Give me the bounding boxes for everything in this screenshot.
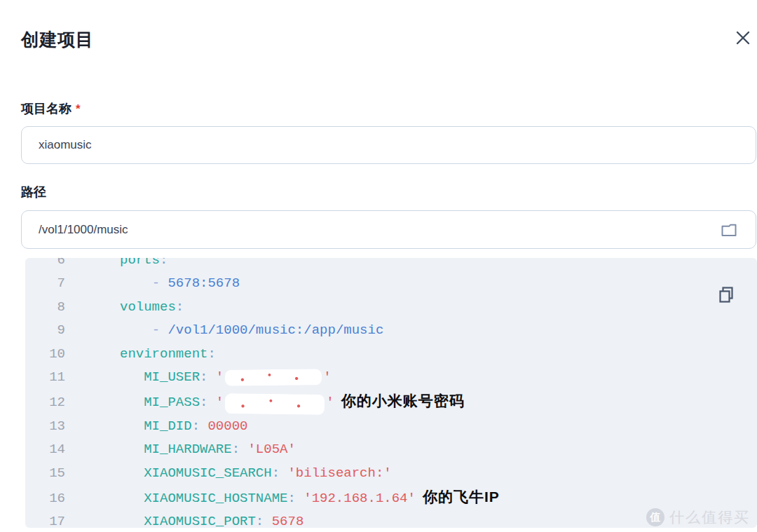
code-token: MI_DID — [144, 418, 191, 434]
code-token — [280, 465, 287, 481]
code-token — [80, 491, 144, 506]
code-token — [80, 258, 120, 268]
code-token: XIAOMUSIC_PORT — [144, 514, 256, 528]
smzdm-watermark: 值 什么值得买 — [646, 507, 750, 527]
code-token — [240, 442, 247, 457]
code-token: : — [207, 346, 215, 362]
line-number: 6 — [34, 258, 65, 272]
code-token: ' — [326, 395, 334, 410]
code-line: 11 MI_USER: '' — [34, 366, 757, 389]
code-token: MI_USER — [144, 369, 200, 385]
project-name-label-text: 项目名称 — [21, 102, 71, 116]
code-token: ' — [216, 395, 224, 410]
code-token — [80, 322, 152, 338]
line-number: 9 — [34, 319, 65, 342]
code-line: 9 - /vol1/1000/music:/app/music — [34, 319, 757, 342]
code-token — [80, 369, 144, 385]
code-token: 00000 — [207, 418, 247, 434]
code-token: : — [200, 395, 207, 410]
line-number: 14 — [34, 438, 65, 461]
redacted-value — [225, 393, 325, 415]
line-number: 17 — [34, 510, 65, 528]
code-token — [80, 395, 144, 410]
copy-icon — [718, 295, 735, 306]
code-line: 16 XIAOMUSIC_HOSTNAME: '192.168.1.64'你的飞… — [34, 485, 757, 510]
copy-code-button[interactable] — [718, 285, 735, 303]
code-token: XIAOMUSIC_HOSTNAME — [144, 491, 287, 506]
line-number: 7 — [34, 272, 65, 295]
code-token — [80, 275, 152, 291]
path-label: 路径 — [21, 184, 46, 200]
code-line: 12 MI_PASS: ''你的小米账号密码 — [34, 389, 757, 414]
code-line: 10 environment: — [34, 343, 757, 366]
code-token: - — [152, 275, 168, 291]
compose-code-editor[interactable]: 6 ports:7 - 5678:56788 volumes:9 - /vol1… — [25, 258, 757, 528]
code-token — [80, 418, 144, 434]
code-token — [264, 514, 271, 528]
code-token: '192.168.1.64' — [304, 491, 416, 506]
code-token: : — [192, 418, 200, 434]
close-icon — [735, 29, 751, 48]
code-token: 5678:5678 — [168, 275, 240, 291]
code-line: 8 volumes: — [34, 296, 757, 319]
code-token — [207, 395, 215, 410]
code-token: ports — [120, 258, 160, 268]
code-token: volumes — [120, 299, 176, 315]
code-token: MI_PASS — [144, 395, 200, 410]
code-token: 5678 — [272, 514, 304, 528]
folder-icon — [720, 230, 738, 240]
smzdm-watermark-text: 什么值得买 — [669, 507, 750, 527]
code-token — [80, 514, 144, 528]
code-token — [80, 346, 120, 362]
line-number: 16 — [34, 487, 65, 510]
code-token — [200, 418, 207, 434]
line-number: 15 — [34, 462, 65, 485]
code-token — [80, 299, 120, 315]
page-title: 创建项目 — [21, 28, 94, 51]
code-token: : — [176, 299, 184, 315]
handwritten-annotation: 你的飞牛IP — [423, 489, 500, 505]
code-token: environment — [120, 346, 207, 362]
path-field — [21, 210, 756, 249]
handwritten-annotation: 你的小米账号密码 — [341, 393, 465, 409]
code-token: 'L05A' — [247, 442, 295, 457]
line-number: 12 — [34, 391, 65, 414]
required-asterisk: * — [76, 102, 81, 116]
code-token: : — [256, 514, 264, 528]
redacted-value — [225, 369, 322, 386]
code-token: 'bilisearch:' — [287, 465, 391, 481]
line-number: 8 — [34, 296, 65, 319]
code-line: 6 ports: — [34, 258, 757, 272]
line-number: 11 — [34, 366, 65, 389]
code-token: : — [232, 442, 240, 457]
path-input[interactable] — [21, 210, 756, 249]
code-token — [80, 465, 144, 481]
close-button[interactable] — [733, 29, 753, 48]
code-token: MI_HARDWARE — [144, 442, 231, 457]
code-token: XIAOMUSIC_SEARCH — [144, 465, 271, 481]
code-line: 7 - 5678:5678 — [34, 272, 757, 295]
browse-folder-button[interactable] — [720, 221, 738, 238]
code-line: 14 MI_HARDWARE: 'L05A' — [34, 438, 757, 461]
smzdm-badge-icon: 值 — [646, 508, 664, 526]
code-line: 15 XIAOMUSIC_SEARCH: 'bilisearch:' — [34, 462, 757, 485]
project-name-label: 项目名称* — [21, 100, 81, 117]
create-project-dialog: 创建项目 项目名称* 路径 — [0, 0, 757, 532]
code-line: 13 MI_DID: 00000 — [34, 415, 757, 438]
code-lines: 6 ports:7 - 5678:56788 volumes:9 - /vol1… — [25, 258, 757, 528]
code-token: ' — [216, 369, 224, 385]
line-number: 10 — [34, 343, 65, 366]
code-token — [80, 442, 144, 457]
code-token — [296, 491, 304, 506]
code-token: : — [287, 491, 295, 506]
code-token: : — [200, 369, 207, 385]
line-number: 13 — [34, 415, 65, 438]
code-token: : — [160, 258, 168, 268]
code-token: - — [152, 322, 168, 338]
code-token — [207, 369, 215, 385]
code-token: ' — [323, 369, 331, 385]
project-name-input[interactable] — [21, 126, 756, 164]
code-token: /vol1/1000/music:/app/music — [168, 322, 383, 338]
code-token: : — [272, 465, 280, 481]
